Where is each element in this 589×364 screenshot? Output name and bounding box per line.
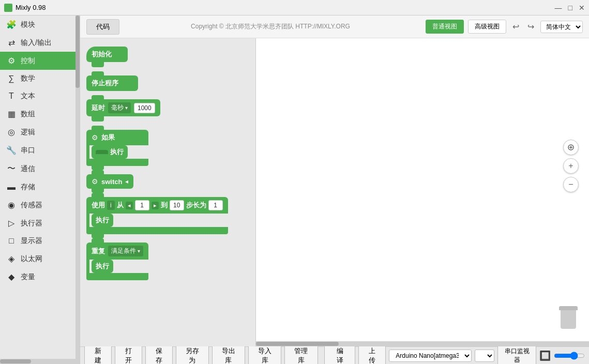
variable-icon: ◆: [6, 272, 17, 282]
init-block-notch: [92, 62, 104, 67]
manage-button[interactable]: 管理库: [284, 344, 318, 365]
redo-button[interactable]: ↪: [525, 21, 536, 33]
title-bar: Mixly 0.98 — □ ✕: [0, 0, 589, 16]
repeat-execute-block[interactable]: 执行: [92, 260, 113, 273]
sidebar-item-math-label: 数学: [21, 74, 35, 83]
modules-icon: 🧩: [6, 20, 17, 29]
close-button[interactable]: ✕: [579, 4, 585, 12]
advanced-view-button[interactable]: 高级视图: [468, 20, 506, 34]
stop-block-top-notch: [92, 71, 104, 75]
init-block[interactable]: 初始化: [86, 47, 128, 62]
for-step-value[interactable]: 1: [208, 200, 223, 210]
sidebar-item-array-label: 数组: [21, 110, 35, 119]
repeat-block-row: 重复 满足条件 执行: [86, 242, 249, 280]
repeat-inner: 执行: [86, 260, 148, 273]
math-icon: ∑: [6, 74, 17, 83]
delay-label: 延时: [92, 103, 105, 113]
sidebar-item-text[interactable]: T 文本: [0, 87, 80, 105]
sidebar-hscroll-thumb[interactable]: [0, 359, 31, 363]
for-from-value[interactable]: 1: [135, 200, 149, 210]
sidebar-item-actuator[interactable]: ▷ 执行器: [0, 214, 80, 232]
chip-icon[interactable]: 🔲: [539, 350, 551, 361]
sidebar-item-display[interactable]: □ 显示器: [0, 232, 80, 250]
sidebar-scrollbar[interactable]: [75, 16, 80, 364]
switch-arrow: ◂: [125, 178, 128, 185]
for-to-value[interactable]: 10: [170, 200, 184, 210]
for-execute-label: 执行: [96, 216, 109, 225]
sidebar-item-variable[interactable]: ◆ 变量: [0, 268, 80, 286]
upload-button[interactable]: 上传: [358, 344, 386, 365]
trash-can[interactable]: [558, 306, 579, 331]
delay-bottom-notch: [92, 116, 104, 122]
speed-slider[interactable]: [554, 352, 585, 360]
sidebar-item-logic[interactable]: ◎ 逻辑: [0, 123, 80, 141]
sidebar-item-modules-label: 模块: [21, 20, 35, 29]
sidebar-item-modules[interactable]: 🧩 模块: [0, 16, 80, 34]
undo-button[interactable]: ↩: [510, 21, 521, 33]
delay-unit-dropdown[interactable]: 毫秒: [108, 102, 131, 113]
app-icon: [4, 4, 12, 12]
content-area: 代码 Copyright © 北京师范大学米思齐团队 HTTP://MIXLY.…: [80, 16, 589, 364]
export-button[interactable]: 导出库: [212, 344, 245, 365]
if-block-bottom: [86, 159, 148, 166]
canvas-area[interactable]: + −: [256, 38, 589, 346]
blocks-panel: 初始化 停止程序: [80, 38, 256, 346]
repeat-block-bottom: [86, 273, 148, 280]
sidebar-scroll-thumb[interactable]: [75, 16, 80, 88]
trash-body: [561, 310, 576, 329]
sidebar-item-math[interactable]: ∑ 数学: [0, 70, 80, 87]
delay-block[interactable]: 延时 毫秒 1000: [86, 99, 160, 116]
switch-bottom-notch: [92, 189, 104, 193]
sidebar-item-array[interactable]: ▦ 数组: [0, 105, 80, 123]
canvas-hscrollbar[interactable]: [256, 341, 589, 346]
repeat-block-container: 重复 满足条件 执行: [86, 242, 148, 280]
language-select[interactable]: 简体中文: [540, 21, 583, 33]
zoom-in-button[interactable]: +: [563, 158, 579, 174]
stop-block-label: 停止程序: [92, 79, 118, 88]
init-block-container: 初始化: [86, 47, 128, 67]
new-button[interactable]: 新建: [84, 344, 112, 365]
for-from-bracket-r: ▸: [152, 202, 159, 209]
sidebar-item-control[interactable]: ⚙ 控制: [0, 52, 80, 70]
sidebar-item-sensor-label: 传感器: [21, 201, 42, 210]
if-block-top[interactable]: ⚙ 如果: [86, 130, 148, 145]
serial-icon: 🔧: [6, 145, 17, 155]
maximize-button[interactable]: □: [568, 4, 572, 12]
port-select[interactable]: [475, 350, 494, 362]
repeat-block-top[interactable]: 重复 满足条件: [86, 242, 148, 260]
sidebar-item-sensor[interactable]: ◉ 传感器: [0, 196, 80, 214]
import-button[interactable]: 导入库: [248, 344, 281, 365]
compile-button[interactable]: 编译: [324, 344, 356, 365]
sidebar-item-display-label: 显示器: [21, 236, 42, 246]
repeat-condition-dropdown[interactable]: 满足条件: [108, 246, 143, 256]
sidebar-hscroll[interactable]: [0, 359, 75, 364]
sidebar-item-ethernet[interactable]: ◈ 以太网: [0, 250, 80, 268]
for-execute-block[interactable]: 执行: [92, 214, 113, 227]
for-block-top[interactable]: 使用 i 从 ◂ 1 ▸ 到 10 步长为 1: [86, 197, 228, 214]
sidebar-item-storage[interactable]: ▬ 存储: [0, 178, 80, 196]
for-step-label: 步长为: [186, 201, 206, 210]
tab-code[interactable]: 代码: [86, 19, 119, 35]
stop-block[interactable]: 停止程序: [86, 75, 138, 91]
window-controls: — □ ✕: [555, 4, 585, 12]
sidebar-item-io[interactable]: ⇄ 输入/输出: [0, 34, 80, 52]
switch-block[interactable]: ⚙ switch ◂: [86, 174, 133, 189]
open-button[interactable]: 打开: [115, 344, 142, 365]
zoom-controls: + −: [563, 140, 579, 192]
sidebar-item-serial[interactable]: 🔧 串口: [0, 141, 80, 159]
normal-view-button[interactable]: 普通视图: [426, 20, 464, 34]
minimize-button[interactable]: —: [555, 4, 562, 12]
if-execute-top-notch: [96, 150, 108, 154]
if-execute-block[interactable]: 执行: [92, 145, 128, 159]
save-as-button[interactable]: 另存为: [176, 344, 209, 365]
zoom-target-button[interactable]: [563, 140, 579, 155]
delay-value[interactable]: 1000: [134, 103, 155, 113]
canvas-hscroll-thumb[interactable]: [256, 342, 339, 346]
zoom-out-button[interactable]: −: [563, 177, 579, 192]
if-top-notch: [92, 126, 104, 130]
sidebar: 🧩 模块 ⇄ 输入/输出 ⚙ 控制 ∑ 数学 T 文本 ▦ 数组 ◎ 逻辑 🔧: [0, 16, 80, 364]
board-select[interactable]: Arduino Nano[atmega328]: [389, 350, 472, 362]
serial-monitor-button[interactable]: 串口监视器: [497, 344, 536, 365]
save-button[interactable]: 保存: [145, 344, 173, 365]
sidebar-item-comm[interactable]: 〜 通信: [0, 159, 80, 178]
